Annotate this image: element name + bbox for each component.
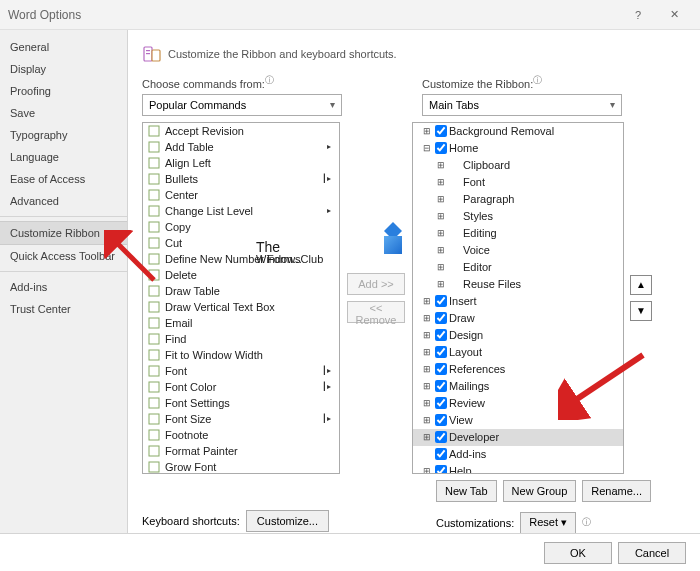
command-item[interactable]: Align Left	[143, 155, 339, 171]
new-tab-button[interactable]: New Tab	[436, 480, 497, 502]
tab-checkbox[interactable]	[435, 431, 447, 443]
tab-checkbox[interactable]	[435, 448, 447, 460]
tree-node[interactable]: ⊞Font	[413, 174, 623, 191]
command-item[interactable]: Fit to Window Width	[143, 347, 339, 363]
tree-node[interactable]: ⊞Background Removal	[413, 123, 623, 140]
tree-node[interactable]: ⊞Draw	[413, 310, 623, 327]
remove-button[interactable]: << Remove	[347, 301, 405, 323]
tree-node[interactable]: ⊞Editing	[413, 225, 623, 242]
tree-node[interactable]: ⊞Review	[413, 395, 623, 412]
command-item[interactable]: Change List Level▸	[143, 203, 339, 219]
expand-icon[interactable]: ⊞	[435, 194, 447, 204]
tree-node[interactable]: ⊞Insert	[413, 293, 623, 310]
tree-node[interactable]: ⊞Voice	[413, 242, 623, 259]
sidebar-item[interactable]: Proofing	[0, 80, 127, 102]
move-down-button[interactable]: ▼	[630, 301, 652, 321]
sidebar-item[interactable]: Language	[0, 146, 127, 168]
expand-icon[interactable]: ⊟	[421, 143, 433, 153]
command-item[interactable]: Email	[143, 315, 339, 331]
command-item[interactable]: Grow Font	[143, 459, 339, 473]
command-item[interactable]: Add Table▸	[143, 139, 339, 155]
sidebar-item[interactable]: Save	[0, 102, 127, 124]
tab-checkbox[interactable]	[435, 329, 447, 341]
expand-icon[interactable]: ⊞	[421, 126, 433, 136]
expand-icon[interactable]: ⊞	[421, 347, 433, 357]
tree-node[interactable]: ⊞Clipboard	[413, 157, 623, 174]
tab-checkbox[interactable]	[435, 125, 447, 137]
sidebar-item[interactable]: Advanced	[0, 190, 127, 212]
ok-button[interactable]: OK	[544, 542, 612, 564]
command-item[interactable]: Font Settings	[143, 395, 339, 411]
command-item[interactable]: Draw Table	[143, 283, 339, 299]
tree-node[interactable]: ⊞Styles	[413, 208, 623, 225]
tree-node[interactable]: ⊞Mailings	[413, 378, 623, 395]
expand-icon[interactable]: ⊞	[421, 313, 433, 323]
expand-icon[interactable]: ⊞	[435, 228, 447, 238]
command-item[interactable]: Font┃▸	[143, 363, 339, 379]
ribbon-tree[interactable]: ⊞Background Removal⊟Home⊞Clipboard⊞Font⊞…	[412, 122, 624, 474]
close-button[interactable]: ✕	[656, 0, 692, 30]
expand-icon[interactable]: ⊞	[435, 262, 447, 272]
command-item[interactable]: Accept Revision	[143, 123, 339, 139]
ribbon-filter-combo[interactable]: Main Tabs	[422, 94, 622, 116]
sidebar-item[interactable]: Customize Ribbon	[0, 221, 127, 245]
commands-listbox[interactable]: Accept RevisionAdd Table▸Align LeftBulle…	[142, 122, 340, 474]
command-item[interactable]: Format Painter	[143, 443, 339, 459]
tree-node[interactable]: ⊞Developer	[413, 429, 623, 446]
tree-node[interactable]: ⊞Reuse Files	[413, 276, 623, 293]
tab-checkbox[interactable]	[435, 397, 447, 409]
command-item[interactable]: Find	[143, 331, 339, 347]
tree-node[interactable]: ⊞View	[413, 412, 623, 429]
expand-icon[interactable]: ⊞	[421, 296, 433, 306]
commands-source-combo[interactable]: Popular Commands	[142, 94, 342, 116]
expand-icon[interactable]: ⊞	[421, 364, 433, 374]
command-item[interactable]: Define New Number Form...	[143, 251, 339, 267]
sidebar-item[interactable]: Display	[0, 58, 127, 80]
sidebar-item[interactable]: Trust Center	[0, 298, 127, 320]
tree-node[interactable]: ⊞References	[413, 361, 623, 378]
expand-icon[interactable]: ⊞	[421, 330, 433, 340]
expand-icon[interactable]: ⊞	[421, 466, 433, 473]
command-item[interactable]: Delete	[143, 267, 339, 283]
command-item[interactable]: Copy	[143, 219, 339, 235]
tree-node[interactable]: ⊞Design	[413, 327, 623, 344]
expand-icon[interactable]: ⊞	[421, 415, 433, 425]
tree-node[interactable]: ⊟Home	[413, 140, 623, 157]
tab-checkbox[interactable]	[435, 465, 447, 473]
sidebar-item[interactable]: General	[0, 36, 127, 58]
expand-icon[interactable]: ⊞	[435, 279, 447, 289]
tab-checkbox[interactable]	[435, 363, 447, 375]
command-item[interactable]: Cut	[143, 235, 339, 251]
sidebar-item[interactable]: Add-ins	[0, 276, 127, 298]
info-icon[interactable]: ⓘ	[582, 516, 591, 529]
rename-button[interactable]: Rename...	[582, 480, 651, 502]
tree-node[interactable]: ⊞Paragraph	[413, 191, 623, 208]
tab-checkbox[interactable]	[435, 414, 447, 426]
expand-icon[interactable]: ⊞	[435, 177, 447, 187]
move-up-button[interactable]: ▲	[630, 275, 652, 295]
reset-button[interactable]: Reset ▾	[520, 512, 576, 533]
cancel-button[interactable]: Cancel	[618, 542, 686, 564]
expand-icon[interactable]: ⊞	[435, 245, 447, 255]
info-icon[interactable]: ⓘ	[533, 75, 542, 85]
sidebar-item[interactable]: Quick Access Toolbar	[0, 245, 127, 267]
tree-node[interactable]: ⊞Help	[413, 463, 623, 473]
tree-node[interactable]: Add-ins	[413, 446, 623, 463]
tree-node[interactable]: ⊞Layout	[413, 344, 623, 361]
command-item[interactable]: Font Color┃▸	[143, 379, 339, 395]
expand-icon[interactable]: ⊞	[421, 432, 433, 442]
expand-icon[interactable]: ⊞	[435, 211, 447, 221]
tab-checkbox[interactable]	[435, 312, 447, 324]
command-item[interactable]: Font Size┃▸	[143, 411, 339, 427]
help-button[interactable]: ?	[620, 0, 656, 30]
info-icon[interactable]: ⓘ	[265, 75, 274, 85]
tree-node[interactable]: ⊞Editor	[413, 259, 623, 276]
expand-icon[interactable]: ⊞	[435, 160, 447, 170]
tab-checkbox[interactable]	[435, 142, 447, 154]
new-group-button[interactable]: New Group	[503, 480, 577, 502]
tab-checkbox[interactable]	[435, 346, 447, 358]
sidebar-item[interactable]: Typography	[0, 124, 127, 146]
tab-checkbox[interactable]	[435, 295, 447, 307]
tab-checkbox[interactable]	[435, 380, 447, 392]
command-item[interactable]: Center	[143, 187, 339, 203]
